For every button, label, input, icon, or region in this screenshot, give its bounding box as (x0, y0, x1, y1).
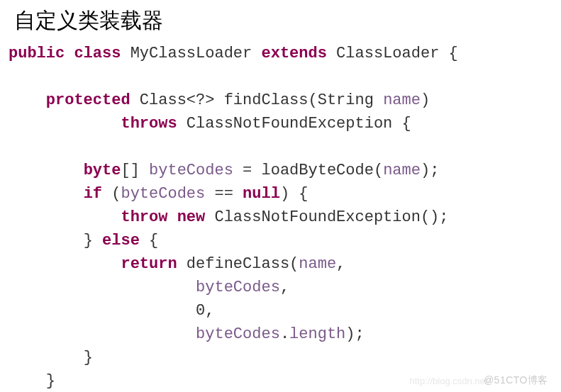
paren: ) (421, 91, 430, 109)
page-title: 自定义类装载器 (0, 0, 561, 42)
exception-new: ClassNotFoundException(); (205, 208, 448, 226)
keyword-protected: protected (46, 91, 130, 109)
comma: , (280, 279, 289, 296)
keyword-throws: throws (121, 115, 177, 133)
method-call: defineClass( (177, 255, 299, 273)
parent-class: ClassLoader (336, 45, 439, 62)
keyword-extends: extends (261, 45, 326, 62)
exception-type: ClassNotFoundException (187, 115, 392, 133)
param-name: name (383, 91, 421, 109)
keyword-return: return (121, 255, 177, 273)
method-call: loadByteCode (261, 162, 373, 179)
keyword-else: else (102, 232, 140, 250)
keyword-class: class (74, 45, 121, 62)
variable: byteCodes (121, 185, 205, 203)
brace: } (46, 372, 55, 390)
keyword-new: new (177, 208, 206, 226)
paren: ); (345, 325, 364, 343)
param-type: String (318, 91, 374, 109)
keyword-public: public (9, 45, 65, 62)
watermark-url: http://blog.csdn.net/ (410, 374, 490, 388)
brace: { (439, 45, 457, 62)
return-type: Class<?> (140, 91, 215, 109)
paren: ); (421, 162, 439, 179)
keyword-null: null (243, 185, 280, 203)
code-block: public class MyClassLoader extends Class… (0, 42, 561, 392)
argument: name (299, 255, 336, 273)
paren: ( (102, 185, 121, 203)
variable: byteCodes (149, 162, 233, 179)
array-bracket: [] (121, 162, 149, 179)
watermark: @51CTO博客 (484, 373, 548, 388)
keyword-throw: throw (121, 208, 167, 226)
equals: = (233, 162, 262, 179)
paren: ( (374, 162, 383, 179)
argument: 0, (196, 302, 214, 320)
argument: name (383, 162, 421, 179)
method-name: findClass (224, 91, 309, 109)
class-name: MyClassLoader (130, 45, 252, 62)
paren-brace: ) { (280, 185, 309, 203)
keyword-byte: byte (84, 162, 121, 179)
paren: ( (309, 91, 318, 109)
keyword-if: if (84, 185, 102, 203)
brace: { (140, 232, 158, 250)
dot: . (280, 325, 289, 343)
brace: } (84, 349, 93, 366)
argument: byteCodes (196, 325, 280, 343)
brace: { (392, 115, 411, 133)
equals: == (205, 185, 243, 203)
comma: , (336, 255, 345, 273)
brace: } (84, 232, 102, 250)
field: length (289, 325, 345, 343)
argument: byteCodes (196, 279, 280, 296)
